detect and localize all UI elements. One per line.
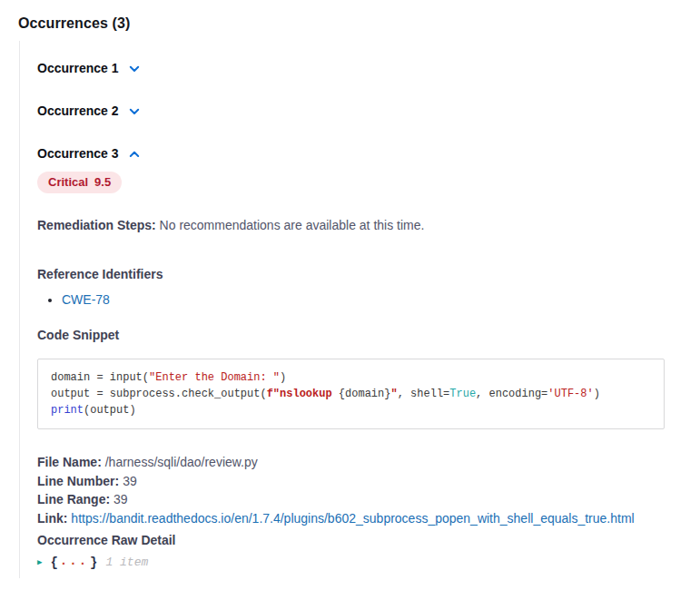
code-token: 'UTF-8'	[547, 388, 593, 400]
code-line: print(output)	[51, 402, 651, 418]
occurrence-panel-3: Occurrence 3 Critical 9.5 Remediation St…	[19, 126, 664, 578]
chevron-down-icon[interactable]	[128, 63, 141, 75]
code-line: domain = input("Enter the Domain: ")	[51, 369, 651, 386]
chevron-up-icon[interactable]	[128, 148, 141, 161]
page-title: Occurrences (3)	[18, 15, 664, 32]
line-number-value: 39	[123, 474, 137, 488]
code-snippet-box: domain = input("Enter the Domain: ")outp…	[37, 359, 665, 429]
line-range-value: 39	[113, 492, 128, 506]
code-token: "	[390, 388, 397, 400]
line-number-label: Line Number:	[37, 474, 119, 488]
line-number-field: Line Number: 39	[37, 472, 665, 491]
occurrence-panel-1: Occurrence 1	[19, 41, 664, 84]
json-brace-open: {	[50, 556, 57, 570]
file-name-value: /harness/sqli/dao/review.py	[105, 455, 258, 469]
code-token: , encoding=	[476, 388, 547, 400]
line-range-label: Line Range:	[37, 492, 110, 506]
link-label: Link:	[37, 511, 67, 526]
severity-score: 9.5	[94, 175, 111, 189]
severity-badge: Critical 9.5	[37, 172, 122, 193]
code-token: output = subprocess.check_output(	[51, 388, 267, 400]
list-item: CWE-78	[62, 292, 664, 308]
json-collapsed-dots[interactable]: ...	[60, 554, 88, 568]
occurrence-metadata: File Name: /harness/sqli/dao/review.py L…	[37, 453, 665, 550]
occurrence-2-toggle[interactable]: Occurrence 2	[37, 103, 141, 118]
severity-level: Critical	[48, 175, 88, 189]
code-token: , shell=	[398, 388, 450, 400]
code-token: True	[449, 388, 476, 400]
link-field: Link: https://bandit.readthedocs.io/en/1…	[37, 509, 665, 528]
occurrence-3-label: Occurrence 3	[37, 146, 119, 161]
reference-identifiers-list: CWE-78	[37, 292, 664, 308]
code-token: (output)	[84, 404, 136, 417]
expand-triangle-icon[interactable]: ▶	[37, 557, 42, 567]
cwe-link[interactable]: CWE-78	[62, 292, 110, 307]
occurrence-2-label: Occurrence 2	[37, 103, 119, 118]
occurrence-3-toggle[interactable]: Occurrence 3	[37, 146, 141, 161]
code-snippet-heading: Code Snippet	[37, 328, 664, 342]
file-name-label: File Name:	[37, 455, 102, 469]
code-token: f"nslookup	[267, 388, 339, 400]
code-line: output = subprocess.check_output(f"nsloo…	[51, 386, 651, 402]
code-token: domain = input(	[51, 371, 149, 384]
code-token: "Enter the Domain: "	[149, 371, 280, 384]
bandit-doc-link[interactable]: https://bandit.readthedocs.io/en/1.7.4/p…	[71, 511, 634, 526]
chevron-down-icon[interactable]	[128, 105, 141, 118]
occurrence-1-label: Occurrence 1	[37, 61, 119, 75]
code-token: {domain}	[339, 388, 391, 400]
code-token: )	[280, 371, 286, 384]
occurrence-1-toggle[interactable]: Occurrence 1	[37, 61, 141, 75]
json-brace-close: }	[90, 556, 97, 570]
code-token: print	[51, 404, 84, 417]
occurrences-page: Occurrences (3) Occurrence 1 Occurrence …	[0, 0, 700, 578]
file-name-field: File Name: /harness/sqli/dao/review.py	[37, 453, 665, 472]
raw-detail-expander[interactable]: ▶ { ... } 1 item	[37, 556, 664, 570]
remediation-steps: Remediation Steps: No recommendations ar…	[37, 217, 664, 234]
line-range-field: Line Range: 39	[37, 490, 665, 509]
raw-detail-heading: Occurrence Raw Detail	[37, 531, 665, 550]
reference-identifiers-heading: Reference Identifiers	[37, 267, 664, 281]
code-token: )	[594, 388, 600, 400]
occurrence-panel-2: Occurrence 2	[19, 84, 664, 126]
remediation-text: No recommendations are available at this…	[160, 218, 425, 232]
remediation-label: Remediation Steps:	[37, 218, 156, 232]
json-item-count: 1 item	[105, 556, 148, 569]
